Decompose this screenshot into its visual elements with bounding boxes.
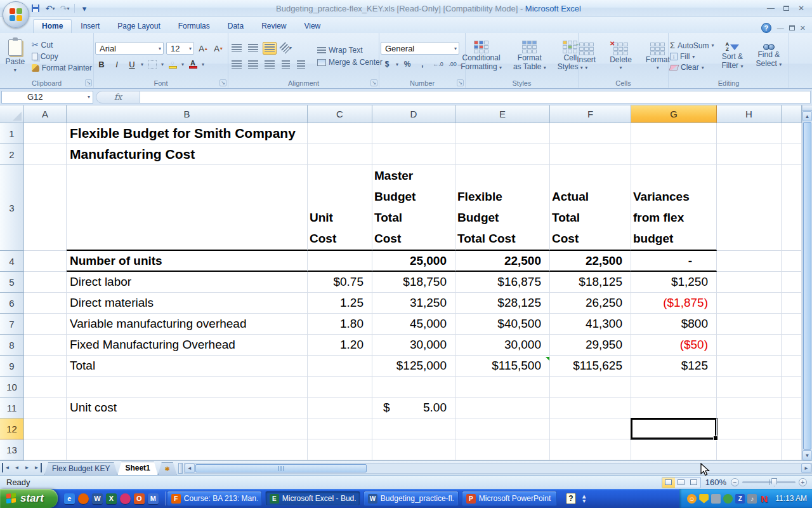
align-right-button[interactable] bbox=[263, 58, 277, 71]
ie-icon[interactable]: e bbox=[64, 493, 75, 504]
cell-a-11[interactable] bbox=[24, 398, 67, 418]
cell-e-1[interactable] bbox=[455, 123, 550, 144]
cell-e-5[interactable]: $16,875 bbox=[455, 272, 550, 293]
cell-e-11[interactable] bbox=[455, 398, 550, 418]
cell-g-3[interactable]: Variances from flex budget bbox=[631, 165, 717, 251]
cell-d-2[interactable] bbox=[372, 144, 455, 165]
cell-d-9[interactable]: $125,000 bbox=[372, 356, 455, 377]
formula-input[interactable] bbox=[140, 91, 811, 104]
cell-h-2[interactable] bbox=[717, 144, 782, 165]
row-header-2[interactable]: 2 bbox=[0, 144, 24, 165]
office-button[interactable] bbox=[3, 1, 29, 28]
align-center-button[interactable] bbox=[246, 58, 260, 71]
next-sheet-button[interactable]: ► bbox=[22, 463, 32, 472]
cell-b-11[interactable]: Unit cost bbox=[67, 398, 308, 418]
cell-f-5[interactable]: $18,125 bbox=[550, 272, 631, 293]
cell-partial-7[interactable] bbox=[782, 314, 802, 335]
column-header-f[interactable]: F bbox=[550, 105, 631, 123]
cell-c-3[interactable]: Unit Cost bbox=[308, 165, 372, 251]
sort-filter-button[interactable]: AZ Sort & Filter ▾ bbox=[716, 34, 748, 78]
cell-g-5[interactable]: $1,250 bbox=[631, 272, 717, 293]
format-as-table-button[interactable]: Format as Table ▾ bbox=[508, 34, 551, 78]
firefox-icon[interactable] bbox=[78, 493, 89, 504]
cell-f-3[interactable]: Actual Total Cost bbox=[550, 165, 631, 251]
volume-icon[interactable]: ♪ bbox=[747, 494, 757, 504]
top-align-button[interactable] bbox=[230, 42, 244, 55]
cell-c-2[interactable] bbox=[308, 144, 372, 165]
clear-button[interactable]: Clear▾ bbox=[670, 63, 714, 72]
cell-a-13[interactable] bbox=[24, 439, 67, 460]
paste-button[interactable]: Paste▾ bbox=[1, 34, 29, 78]
fill-color-button[interactable]: ◌ bbox=[166, 58, 179, 70]
cell-h-12[interactable] bbox=[717, 418, 782, 439]
cell-g-8[interactable]: ($50) bbox=[631, 335, 717, 356]
insert-function-button[interactable]: fx bbox=[96, 91, 140, 104]
row-header-4[interactable]: 4 bbox=[0, 251, 24, 272]
column-header-e[interactable]: E bbox=[455, 105, 550, 123]
zoom-slider-track[interactable] bbox=[742, 481, 796, 483]
task-button-word[interactable]: WBudgeting_practice-fl... bbox=[363, 491, 459, 506]
scroll-up-button[interactable]: ▲ bbox=[802, 111, 812, 121]
cell-e-8[interactable]: 30,000 bbox=[455, 335, 550, 356]
cell-a-6[interactable] bbox=[24, 293, 67, 314]
tab-formulas[interactable]: Formulas bbox=[169, 19, 219, 33]
conditional-formatting-button[interactable]: Conditional Formatting ▾ bbox=[455, 34, 507, 78]
column-header-g[interactable]: G bbox=[631, 105, 717, 123]
cell-d-5[interactable]: $18,750 bbox=[372, 272, 455, 293]
security-shield-icon[interactable] bbox=[699, 494, 709, 504]
tab-home[interactable]: Home bbox=[33, 19, 72, 33]
cell-d-11[interactable]: $5.00 bbox=[372, 398, 455, 418]
cell-c-13[interactable] bbox=[308, 439, 372, 460]
number-format-select[interactable]: General▾ bbox=[381, 42, 459, 55]
cell-c-10[interactable] bbox=[308, 377, 372, 398]
font-size-select[interactable]: 12▾ bbox=[166, 42, 194, 55]
cell-c-8[interactable]: 1.20 bbox=[308, 335, 372, 356]
sheet-tab-sheet1[interactable]: Sheet1 bbox=[117, 462, 157, 475]
column-header-b[interactable]: B bbox=[67, 105, 308, 123]
cell-b-5[interactable]: Direct labor bbox=[67, 272, 308, 293]
percent-style-button[interactable]: % bbox=[401, 58, 414, 70]
split-handle[interactable] bbox=[802, 105, 812, 111]
cell-d-10[interactable] bbox=[372, 377, 455, 398]
cell-c-12[interactable] bbox=[308, 418, 372, 439]
alignment-dialog-launcher[interactable]: ↘ bbox=[370, 79, 377, 86]
cell-d-4[interactable]: 25,000 bbox=[372, 251, 455, 272]
insert-cells-button[interactable]: ← Insert▾ bbox=[572, 34, 601, 78]
cell-g-13[interactable] bbox=[631, 439, 717, 460]
row-header-10[interactable]: 10 bbox=[0, 377, 24, 398]
cell-partial-11[interactable] bbox=[782, 398, 802, 418]
cell-g-10[interactable] bbox=[631, 377, 717, 398]
increase-indent-button[interactable] bbox=[294, 58, 307, 71]
cell-f-7[interactable]: 41,300 bbox=[550, 314, 631, 335]
cell-h-13[interactable] bbox=[717, 439, 782, 460]
name-box[interactable]: G12 ▾ bbox=[1, 91, 93, 104]
zoom-level[interactable]: 160% bbox=[705, 478, 726, 487]
cell-e-12[interactable] bbox=[455, 418, 550, 439]
grow-font-button[interactable]: A bbox=[197, 42, 209, 55]
cell-f-12[interactable] bbox=[550, 418, 631, 439]
underline-dropdown[interactable]: ▾ bbox=[141, 62, 143, 67]
cell-g-9[interactable]: $125 bbox=[631, 356, 717, 377]
tab-scrollbar-splitter[interactable] bbox=[178, 463, 183, 474]
excel-icon[interactable]: X bbox=[106, 493, 117, 504]
cell-a-2[interactable] bbox=[24, 144, 67, 165]
insert-worksheet-button[interactable]: ✱ bbox=[158, 462, 177, 475]
vertical-scrollbar[interactable]: ▲ ▼ bbox=[802, 105, 812, 460]
comma-style-button[interactable]: , bbox=[416, 58, 429, 70]
cell-b-9[interactable]: Total bbox=[67, 356, 308, 377]
tab-insert[interactable]: Insert bbox=[72, 19, 108, 33]
cell-a-5[interactable] bbox=[24, 272, 67, 293]
underline-button[interactable]: U bbox=[126, 58, 138, 70]
cell-f-1[interactable] bbox=[550, 123, 631, 144]
cell-f-9[interactable]: $115,625 bbox=[550, 356, 631, 377]
zoom-slider-thumb[interactable] bbox=[771, 478, 777, 486]
tab-page-layout[interactable]: Page Layout bbox=[108, 19, 169, 33]
page-layout-view-button[interactable] bbox=[675, 478, 688, 488]
fill-button[interactable]: ↓Fill▾ bbox=[670, 52, 714, 61]
clipboard-dialog-launcher[interactable]: ↘ bbox=[85, 79, 92, 86]
decrease-indent-button[interactable] bbox=[279, 58, 292, 71]
scroll-down-button[interactable]: ▼ bbox=[802, 450, 812, 460]
autosum-button[interactable]: ΣAutoSum▾ bbox=[670, 41, 714, 50]
cell-partial-10[interactable] bbox=[782, 377, 802, 398]
cell-partial-3[interactable] bbox=[782, 165, 802, 251]
